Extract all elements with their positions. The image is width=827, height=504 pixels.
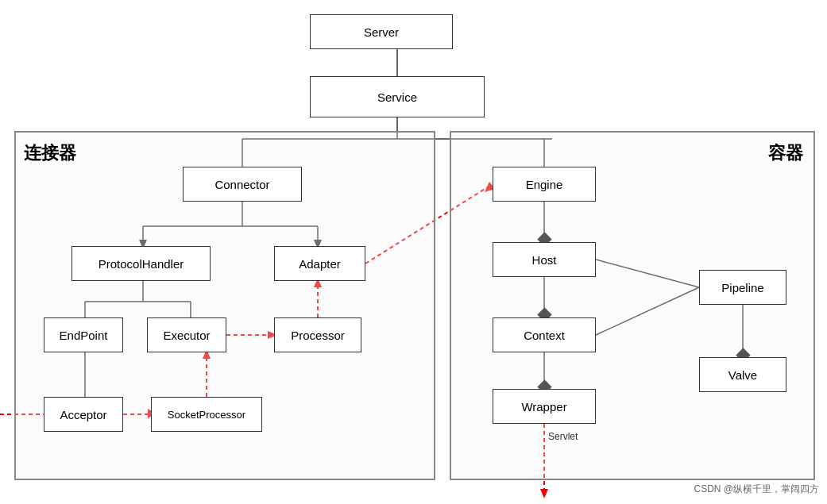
box-engine: Engine bbox=[493, 167, 596, 202]
panel-label-left: 连接器 bbox=[24, 141, 76, 165]
box-host: Host bbox=[493, 242, 596, 277]
box-adapter: Adapter bbox=[274, 246, 365, 281]
box-valve: Valve bbox=[699, 357, 786, 392]
watermark: CSDN @纵横千里，掌阔四方 bbox=[694, 483, 819, 496]
box-endpoint: EndPoint bbox=[44, 317, 123, 352]
label-servlet: Servlet bbox=[548, 431, 578, 442]
box-wrapper: Wrapper bbox=[493, 389, 596, 424]
box-connector: Connector bbox=[183, 167, 302, 202]
panel-label-right: 容器 bbox=[768, 141, 803, 165]
box-context: Context bbox=[493, 317, 596, 352]
box-acceptor: Acceptor bbox=[44, 397, 123, 432]
box-server: Server bbox=[310, 14, 453, 49]
box-service: Service bbox=[310, 76, 485, 117]
diagram-container: 连接器 容器 Server Service Connector Protocol… bbox=[0, 0, 827, 504]
box-socketprocessor: SocketProcessor bbox=[151, 397, 262, 432]
box-executor: Executor bbox=[147, 317, 226, 352]
svg-marker-31 bbox=[540, 489, 548, 498]
box-processor: Processor bbox=[274, 317, 361, 352]
box-pipeline: Pipeline bbox=[699, 270, 786, 305]
box-protocolhandler: ProtocolHandler bbox=[71, 246, 211, 281]
